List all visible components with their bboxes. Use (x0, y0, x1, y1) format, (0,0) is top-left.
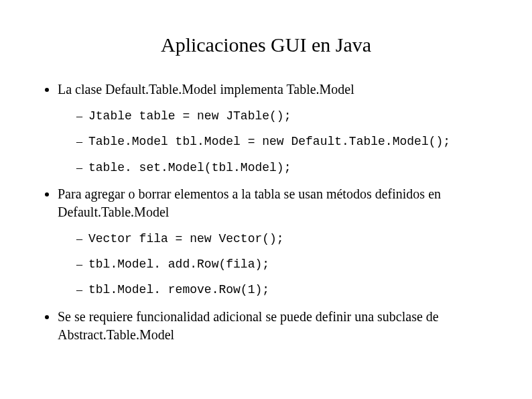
code-line: table. set.Model(tbl.Model); (76, 160, 498, 176)
bullet-lead: Para agregar o borrar elementos a la tab… (58, 185, 498, 221)
slide: Aplicaciones GUI en Java La clase Defaul… (0, 0, 532, 399)
slide-title: Aplicaciones GUI en Java (34, 34, 498, 56)
code-line: tbl.Model. add.Row(fila); (76, 256, 498, 272)
bullet-lead: La clase Default.Table.Model implementa … (58, 80, 498, 99)
bullet-lead: Se se requiere funcionalidad adicional s… (58, 308, 498, 344)
bullet-list: La clase Default.Table.Model implementa … (34, 80, 498, 344)
code-line: Table.Model tbl.Model = new Default.Tabl… (76, 133, 498, 150)
code-list: Vector fila = new Vector(); tbl.Model. a… (58, 231, 498, 298)
code-line: Vector fila = new Vector(); (76, 231, 498, 247)
bullet-item: Para agregar o borrar elementos a la tab… (58, 185, 498, 298)
code-list: Jtable table = new JTable(); Table.Model… (58, 108, 498, 176)
bullet-item: La clase Default.Table.Model implementa … (58, 80, 498, 176)
code-line: Jtable table = new JTable(); (76, 108, 498, 124)
bullet-item: Se se requiere funcionalidad adicional s… (58, 308, 498, 344)
code-line: tbl.Model. remove.Row(1); (76, 282, 498, 298)
